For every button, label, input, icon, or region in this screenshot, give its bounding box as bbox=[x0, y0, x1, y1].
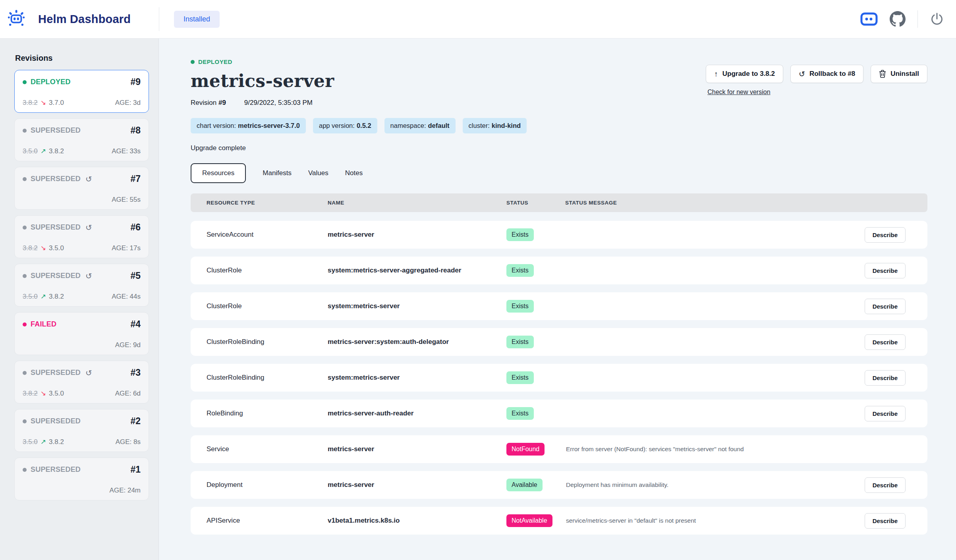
revision-age: AGE: 9d bbox=[115, 341, 141, 349]
status-dot bbox=[23, 177, 27, 181]
revision-age: AGE: 44s bbox=[112, 293, 141, 301]
revision-card-4[interactable]: FAILED #4 AGE: 9d bbox=[14, 312, 149, 355]
brand[interactable]: Helm Dashboard bbox=[7, 9, 159, 29]
revision-status-label: SUPERSEDED bbox=[31, 417, 81, 425]
status-dot bbox=[23, 322, 27, 326]
version-change: 3.8.2 ↘ 3.7.0 bbox=[23, 98, 64, 107]
version-change: 3.8.2 ↘ 3.5.0 bbox=[23, 244, 64, 252]
revision-status-label: FAILED bbox=[31, 320, 56, 328]
status-dot bbox=[191, 60, 195, 64]
describe-button[interactable]: Describe bbox=[865, 406, 906, 421]
describe-button[interactable]: Describe bbox=[865, 513, 906, 529]
table-row: ClusterRole system:metrics-server Exists… bbox=[191, 292, 927, 320]
table-row: ServiceAccount metrics-server Exists Des… bbox=[191, 221, 927, 249]
badge-label: chart version: bbox=[197, 122, 236, 129]
nav-installed[interactable]: Installed bbox=[174, 11, 220, 28]
version-arrow-icon: ↗ bbox=[41, 147, 46, 155]
badge-label: app version: bbox=[319, 122, 355, 129]
resource-name: metrics-server bbox=[328, 481, 506, 489]
version-arrow-icon: ↘ bbox=[41, 98, 46, 107]
version-to: 3.5.0 bbox=[49, 390, 64, 398]
status-dot bbox=[23, 80, 27, 84]
revision-age: AGE: 24m bbox=[110, 487, 141, 494]
revision-card-7[interactable]: SUPERSEDED ↺ #7 AGE: 55s bbox=[14, 167, 149, 210]
revision-age: AGE: 33s bbox=[112, 147, 141, 155]
badge-label: namespace: bbox=[390, 122, 426, 129]
revision-card-5[interactable]: SUPERSEDED ↺ #5 3.5.0 ↗ 3.8.2 AGE: 44s bbox=[14, 264, 149, 307]
describe-button[interactable]: Describe bbox=[865, 477, 906, 493]
revision-card-1[interactable]: SUPERSEDED #1 AGE: 24m bbox=[14, 458, 149, 500]
status-dot bbox=[23, 129, 27, 133]
status-badge: NotFound bbox=[506, 443, 545, 456]
status-badge: Exists bbox=[506, 336, 534, 348]
rollback-button[interactable]: ↺ Rollback to #8 bbox=[790, 65, 863, 83]
header-divider bbox=[917, 10, 918, 28]
revision-card-9[interactable]: DEPLOYED #9 3.8.2 ↘ 3.7.0 AGE: 3d bbox=[14, 70, 149, 113]
release-name: metrics-server bbox=[191, 71, 334, 91]
tab-notes[interactable]: Notes bbox=[345, 169, 363, 177]
tab-resources[interactable]: Resources bbox=[191, 163, 246, 183]
revision-number: #5 bbox=[130, 270, 141, 281]
version-arrow-icon: ↘ bbox=[41, 244, 46, 252]
resource-type: ClusterRoleBinding bbox=[207, 338, 328, 346]
table-row: RoleBinding metrics-server-auth-reader E… bbox=[191, 400, 927, 427]
resource-type: APIService bbox=[207, 517, 328, 525]
uninstall-button[interactable]: Uninstall bbox=[871, 65, 927, 83]
release-detail: DEPLOYED metrics-server Revision #9 9/29… bbox=[159, 39, 956, 560]
reconfigure-icon: ↺ bbox=[85, 272, 92, 280]
tab-values[interactable]: Values bbox=[308, 169, 328, 177]
resources-table: RESOURCE TYPE NAME STATUS STATUS MESSAGE… bbox=[191, 193, 927, 535]
info-badge: app version:0.5.2 bbox=[313, 118, 377, 133]
revision-age: AGE: 3d bbox=[115, 99, 141, 107]
resource-type: Deployment bbox=[207, 481, 328, 489]
describe-button[interactable]: Describe bbox=[865, 299, 906, 314]
status-dot bbox=[23, 274, 27, 278]
top-bar: Helm Dashboard Installed bbox=[0, 0, 956, 39]
describe-button[interactable]: Describe bbox=[865, 263, 906, 278]
tab-manifests[interactable]: Manifests bbox=[263, 169, 292, 177]
reconfigure-icon: ↺ bbox=[85, 175, 92, 183]
revision-number: #9 bbox=[130, 77, 141, 87]
status-dot bbox=[23, 468, 27, 472]
check-new-version-link[interactable]: Check for new version bbox=[707, 89, 770, 96]
status-badge: Exists bbox=[506, 300, 534, 313]
version-to: 3.8.2 bbox=[49, 293, 64, 301]
resource-name: metrics-server:system:auth-delegator bbox=[328, 338, 506, 346]
revision-number: #7 bbox=[130, 174, 141, 184]
describe-button[interactable]: Describe bbox=[865, 334, 906, 350]
describe-button[interactable]: Describe bbox=[865, 227, 906, 243]
describe-button[interactable]: Describe bbox=[865, 370, 906, 386]
revision-info: Revision #9 9/29/2022, 5:35:03 PM bbox=[191, 99, 334, 107]
revision-number: #3 bbox=[130, 367, 141, 378]
revision-card-2[interactable]: SUPERSEDED #2 3.5.0 ↗ 3.8.2 AGE: 8s bbox=[14, 409, 149, 452]
table-row: Deployment metrics-server Available Depl… bbox=[191, 471, 927, 499]
table-row: ClusterRoleBinding system:metrics-server… bbox=[191, 364, 927, 392]
revision-card-8[interactable]: SUPERSEDED #8 3.5.0 ↗ 3.8.2 AGE: 33s bbox=[14, 118, 149, 161]
power-icon[interactable] bbox=[930, 12, 944, 26]
resource-type: Service bbox=[207, 445, 328, 453]
trash-icon bbox=[879, 70, 886, 78]
resource-type: ClusterRoleBinding bbox=[207, 374, 328, 382]
status-badge: Exists bbox=[506, 407, 534, 420]
status-message: Deployment has minimum availability. bbox=[565, 481, 846, 489]
status-badge: Exists bbox=[506, 371, 534, 384]
robot-icon[interactable] bbox=[860, 12, 878, 26]
release-status: DEPLOYED bbox=[191, 58, 334, 65]
revision-card-3[interactable]: SUPERSEDED ↺ #3 3.8.2 ↘ 3.5.0 AGE: 6d bbox=[14, 361, 149, 404]
upgrade-button[interactable]: ↑ Upgrade to 3.8.2 bbox=[706, 65, 783, 83]
revision-number: #1 bbox=[130, 464, 141, 475]
revision-number: #4 bbox=[130, 319, 141, 330]
github-icon[interactable] bbox=[890, 11, 906, 27]
version-change: 3.8.2 ↘ 3.5.0 bbox=[23, 389, 64, 398]
revision-card-6[interactable]: SUPERSEDED ↺ #6 3.8.2 ↘ 3.5.0 AGE: 17s bbox=[14, 215, 149, 258]
resource-type: ClusterRole bbox=[207, 302, 328, 310]
revisions-title: Revisions bbox=[15, 54, 149, 63]
badge-label: cluster: bbox=[469, 122, 490, 129]
status-message: service/metrics-server in "default" is n… bbox=[565, 517, 846, 524]
revision-age: AGE: 17s bbox=[112, 244, 141, 252]
status-badge: NotAvailable bbox=[506, 514, 552, 527]
revision-number: #8 bbox=[130, 125, 141, 136]
version-to: 3.8.2 bbox=[49, 147, 64, 155]
version-to: 3.7.0 bbox=[49, 99, 64, 107]
resource-type: ServiceAccount bbox=[207, 231, 328, 239]
